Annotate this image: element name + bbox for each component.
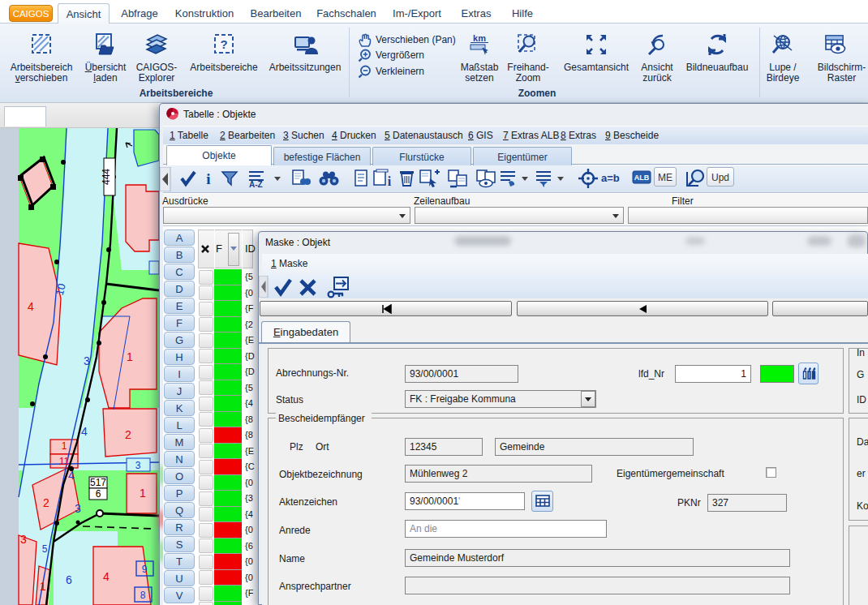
svg-text:i: i bbox=[206, 170, 210, 187]
svg-text:3: 3 bbox=[84, 354, 90, 367]
svg-text:2: 2 bbox=[43, 496, 49, 509]
svg-text:4: 4 bbox=[28, 300, 34, 313]
svg-text:3: 3 bbox=[135, 460, 141, 471]
svg-text:A-Z: A-Z bbox=[249, 180, 263, 188]
svg-text:5: 5 bbox=[42, 543, 48, 555]
svg-text:8: 8 bbox=[140, 590, 146, 601]
svg-text:6: 6 bbox=[96, 488, 101, 500]
svg-text:1: 1 bbox=[40, 580, 46, 593]
svg-text:444: 444 bbox=[101, 169, 112, 185]
svg-text:1: 1 bbox=[62, 440, 67, 452]
svg-text:i: i bbox=[388, 174, 392, 188]
svg-text:4: 4 bbox=[81, 425, 88, 438]
svg-text:9: 9 bbox=[142, 564, 148, 575]
svg-text:6: 6 bbox=[66, 573, 72, 586]
svg-text:ALB: ALB bbox=[634, 174, 650, 182]
svg-text:?: ? bbox=[220, 37, 227, 51]
svg-text:1: 1 bbox=[127, 350, 133, 363]
svg-text:4: 4 bbox=[103, 570, 110, 583]
svg-text:517: 517 bbox=[90, 477, 106, 488]
svg-text:2: 2 bbox=[125, 428, 131, 441]
svg-text:4: 4 bbox=[68, 469, 75, 482]
svg-text:3: 3 bbox=[20, 533, 27, 546]
svg-text:1: 1 bbox=[140, 487, 146, 500]
svg-text:3: 3 bbox=[75, 502, 81, 515]
svg-text:11: 11 bbox=[59, 456, 70, 467]
svg-text:km: km bbox=[473, 33, 486, 43]
